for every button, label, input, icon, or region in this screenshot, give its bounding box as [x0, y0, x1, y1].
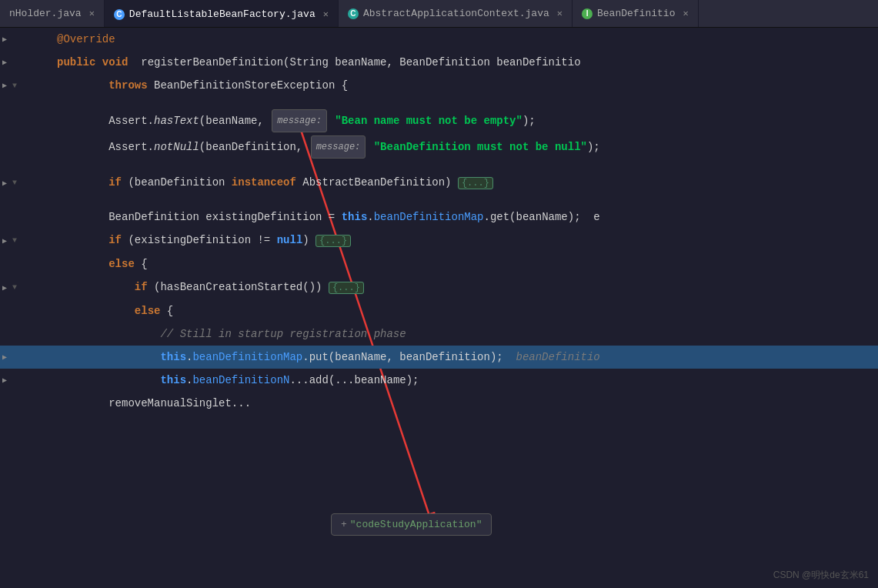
- param-hint-message2: message:: [311, 135, 366, 159]
- kw-else-2: else: [135, 305, 161, 317]
- tab-beandefinition-close[interactable]: ✕: [683, 8, 688, 19]
- tab-bar: nHolder.java ✕ C DefaultListableBeanFact…: [0, 0, 878, 28]
- kw-else-1: else: [108, 258, 135, 270]
- fold-iex: ▼: [11, 236, 18, 245]
- kw-if-3: if: [135, 281, 148, 293]
- tooltip-popup: +"codeStudyApplication": [331, 513, 492, 536]
- code-line-if-instanceof: ▶ ▼ if (beanDefinition instanceof Abstra…: [0, 171, 878, 195]
- field-bdnames: beanDefinitionN: [192, 374, 289, 386]
- gutter-override: ▶: [0, 35, 54, 44]
- tab-beandefinition-label: BeanDefinitio: [597, 8, 675, 19]
- annotation-override: @Override: [57, 33, 115, 45]
- tooltip-plus-icon: +: [341, 519, 347, 530]
- gutter-bdmap-put: ▶: [0, 352, 54, 362]
- tab-abstractapp-icon: C: [348, 8, 359, 19]
- kw-if-1: if: [108, 176, 122, 189]
- gutter-if-instanceof: ▶ ▼: [0, 179, 54, 188]
- code-assert-hastext-content: Assert.hasText(beanName, message: "Bean …: [54, 108, 878, 134]
- code-line-throws: ▶ ▼ throws BeanDefinitionStoreException …: [0, 74, 878, 97]
- gutter-arrow-iex: ▶: [0, 236, 9, 246]
- kw-throws: throws: [108, 79, 147, 92]
- code-spacer-1: [0, 97, 878, 108]
- method-notnull: notNull: [154, 141, 199, 153]
- kw-instanceof: instanceof: [232, 176, 296, 189]
- tab-defaultlistable-close[interactable]: ✕: [323, 8, 329, 20]
- code-line-else-2: else {: [0, 299, 878, 322]
- tab-abstractapp-label: AbstractApplicationContext.java: [363, 8, 549, 19]
- app-window: nHolder.java ✕ C DefaultListableBeanFact…: [0, 0, 878, 588]
- field-bdmap-get: beanDefinitionMap: [374, 211, 484, 223]
- folded-block-2: {...}: [315, 235, 351, 247]
- code-throws-content: throws BeanDefinitionStoreException {: [54, 74, 878, 97]
- code-comment-content: // Still in startup registration phase: [54, 322, 878, 346]
- gutter-bdnames-add: ▶: [0, 376, 54, 385]
- code-comment: // Still in startup registration phase: [160, 328, 406, 340]
- code-line-bdnames-add: ▶ this.beanDefinitionN...add(...beanName…: [0, 369, 878, 392]
- gutter-arrow-override: ▶: [0, 35, 9, 44]
- code-bdmap-put-content: this.beanDefinitionMap.put(beanName, bea…: [54, 346, 878, 369]
- code-remove-content: removeManualSinglet...: [54, 392, 878, 415]
- throws-type: BeanDefinitionStoreException {: [148, 79, 348, 92]
- tooltip-value: "codeStudyApplication": [350, 519, 482, 530]
- code-if-hbcs-content: if (hasBeanCreationStarted()) {...}: [54, 276, 878, 299]
- param-hint-message1: message:: [272, 109, 327, 132]
- tab-defaultlistable-icon: C: [114, 9, 125, 20]
- code-line-remove: removeManualSinglet...: [0, 392, 878, 415]
- code-spacer-2: [0, 160, 878, 171]
- gutter-throws: ▶ ▼: [0, 81, 54, 90]
- kw-public: public: [57, 56, 95, 68]
- gutter-arrow-throws: ▶: [0, 81, 9, 90]
- tab-beandefinition[interactable]: I BeanDefinitio ✕: [573, 0, 699, 27]
- method-name: registerBeanDefinition(String beanName, …: [135, 56, 581, 68]
- fold-hbcs: ▼: [11, 283, 18, 292]
- tab-abstractapp-close[interactable]: ✕: [557, 8, 563, 19]
- code-line-else-1: else {: [0, 252, 878, 276]
- kw-null-1: null: [277, 234, 303, 246]
- kw-if-2: if: [108, 234, 122, 246]
- method-hastext: hasText: [154, 115, 199, 127]
- code-else-1-content: else {: [54, 252, 878, 276]
- this-1: this: [342, 211, 368, 223]
- code-area: ▶ @Override ▶ public void registerBeanDe…: [0, 28, 878, 588]
- code-bdnames-add-content: this.beanDefinitionN...add(...beanName);: [54, 369, 878, 392]
- str-beandefinition: "BeanDefinition must not be null": [374, 141, 587, 153]
- this-put: this: [160, 351, 186, 363]
- fold-throws: ▼: [11, 82, 18, 90]
- code-method-sig-content: public void registerBeanDefinition(Strin…: [54, 51, 878, 74]
- str-beanname: "Bean name must not be empty": [335, 115, 522, 127]
- tab-nholder-label: nHolder.java: [9, 8, 82, 19]
- code-override-content: @Override: [54, 28, 878, 51]
- gutter-arrow-add: ▶: [0, 376, 9, 385]
- code-spacer-3: [0, 195, 878, 205]
- watermark: CSDN @明快de玄米61: [773, 569, 869, 582]
- code-if-existing-content: if (existingDefinition != null) {...}: [54, 229, 878, 252]
- dotdot: ...add(...beanName);: [289, 374, 419, 386]
- code-line-if-existing: ▶ ▼ if (existingDefinition != null) {...…: [0, 229, 878, 252]
- code-line-comment: // Still in startup registration phase: [0, 322, 878, 346]
- code-existing-content: BeanDefinition existingDefinition = this…: [54, 205, 878, 229]
- code-else-2-content: else {: [54, 299, 878, 322]
- tab-defaultlistable[interactable]: C DefaultListableBeanFactory.java ✕: [105, 0, 339, 27]
- gutter-method-sig: ▶: [0, 58, 54, 67]
- tab-beandefinition-icon: I: [582, 8, 593, 19]
- tab-defaultlistable-label: DefaultListableBeanFactory.java: [129, 8, 315, 20]
- trailing-comment-put: beanDefinitio: [516, 351, 600, 363]
- code-if-instanceof-content: if (beanDefinition instanceof AbstractBe…: [54, 171, 878, 195]
- code-line-assert-notnull: Assert.notNull(beanDefinition, message: …: [0, 134, 878, 160]
- tab-nholder[interactable]: nHolder.java ✕: [0, 0, 105, 27]
- tab-abstractapp[interactable]: C AbstractApplicationContext.java ✕: [339, 0, 573, 27]
- gutter-arrow-iof: ▶: [0, 179, 9, 188]
- fold-iof: ▼: [11, 179, 18, 187]
- code-line-existing: BeanDefinition existingDefinition = this…: [0, 205, 878, 229]
- code-assert-notnull-content: Assert.notNull(beanDefinition, message: …: [54, 134, 878, 160]
- gutter-if-hbcs: ▶ ▼: [0, 283, 54, 292]
- tab-nholder-close[interactable]: ✕: [89, 8, 95, 19]
- code-line-if-hbcs: ▶ ▼ if (hasBeanCreationStarted()) {...}: [0, 276, 878, 299]
- code-line-bdmap-put: ▶ this.beanDefinitionMap.put(beanName, b…: [0, 346, 878, 369]
- field-bdmap-put: beanDefinitionMap: [192, 351, 302, 363]
- kw-void: void: [102, 56, 129, 68]
- gutter-arrow-method-sig: ▶: [0, 58, 9, 67]
- gutter-if-existing: ▶ ▼: [0, 236, 54, 246]
- folded-block-3: {...}: [329, 282, 364, 294]
- code-line-assert-hastext: Assert.hasText(beanName, message: "Bean …: [0, 108, 878, 134]
